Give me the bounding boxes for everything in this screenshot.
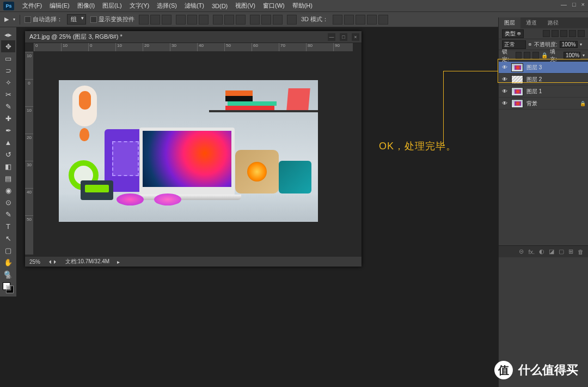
tab-channels[interactable]: 通道 [520,17,542,28]
distribute-icon[interactable] [213,15,223,25]
doc-minimize-button[interactable]: — [328,33,335,41]
layer-row[interactable]: 👁 图层 1 [499,86,588,98]
minimize-button[interactable]: — [561,1,567,8]
menu-image[interactable]: 图像(I) [74,2,99,10]
new-layer-icon[interactable]: ⊞ [568,248,573,255]
opacity-field[interactable]: 100% [560,41,578,48]
menu-edit[interactable]: 编辑(E) [46,2,74,10]
menu-window[interactable]: 窗口(W) [259,2,289,10]
fill-field[interactable]: 100% [564,52,580,59]
brush-tool[interactable]: ✒ [1,124,15,136]
lasso-tool[interactable]: ⊃ [1,64,15,76]
menu-file[interactable]: 文件(F) [19,2,46,10]
lock-transparency-icon[interactable] [516,52,522,59]
layer-thumbnail[interactable] [511,87,523,96]
align-icon[interactable] [150,15,160,25]
status-menu-icon[interactable]: ▸ [117,259,120,265]
eraser-tool[interactable]: ◧ [1,160,15,172]
distribute-icon[interactable] [250,15,260,25]
distribute-icon[interactable] [261,15,271,25]
group-icon[interactable]: ▢ [559,248,564,255]
move-tool[interactable]: ✥ [1,40,15,52]
filter-type-icon[interactable] [560,30,567,37]
hand-tool[interactable]: ✋ [1,256,15,268]
distribute-icon[interactable] [273,15,283,25]
stamp-tool[interactable]: ▲ [1,136,15,148]
pen-tool[interactable]: ✎ [1,208,15,220]
layer-name[interactable]: 图层 1 [526,88,542,95]
blur-tool[interactable]: ◉ [1,184,15,196]
collapse-handle[interactable]: ◂▸ [1,28,15,40]
lock-all-icon[interactable]: 🔒 [541,52,548,58]
tab-layers[interactable]: 图层 [499,17,520,28]
doc-close-button[interactable]: × [352,33,359,41]
gradient-tool[interactable]: ▤ [1,172,15,184]
filter-shape-icon[interactable] [569,30,576,37]
align-icon[interactable] [139,15,149,25]
zoom-level[interactable]: 25% [29,259,40,265]
lock-position-icon[interactable] [532,52,539,59]
shape-tool[interactable]: ▢ [1,244,15,256]
wand-tool[interactable]: ✧ [1,76,15,88]
zoom-stepper[interactable]: ⏴⏵ [48,259,58,264]
history-brush-tool[interactable]: ↺ [1,148,15,160]
crop-tool[interactable]: ✂ [1,88,15,100]
align-icon[interactable] [187,15,197,25]
ruler-vertical[interactable]: 10 0 10 20 30 40 50 [25,52,34,255]
doc-maximize-button[interactable]: □ [340,33,347,41]
dodge-tool[interactable]: ⊙ [1,196,15,208]
mode-3d-icon[interactable] [344,15,354,25]
mode-3d-icon[interactable] [333,15,342,25]
link-layers-icon[interactable]: ⊝ [519,248,524,255]
healing-tool[interactable]: ✚ [1,112,15,124]
align-icon[interactable] [162,15,171,25]
lock-pixel-icon[interactable] [524,52,530,59]
close-button[interactable]: × [581,1,585,8]
layer-name[interactable]: 图层 3 [526,64,542,71]
maximize-button[interactable]: □ [572,1,576,8]
menu-layer[interactable]: 图层(L) [99,2,125,10]
menu-select[interactable]: 选择(S) [153,2,181,10]
layer-row[interactable]: 👁 图层 3 [499,62,588,74]
marquee-tool[interactable]: ▭ [1,52,15,64]
eyedropper-tool[interactable]: ✎ [1,100,15,112]
menu-help[interactable]: 帮助(H) [289,2,316,10]
menu-3d[interactable]: 3D(D) [208,3,231,9]
visibility-toggle[interactable]: 👁 [501,88,508,94]
distribute-icon[interactable] [236,15,246,25]
layer-thumbnail[interactable] [511,99,523,108]
show-transform-checkbox[interactable] [90,16,97,23]
quickmask-toggle[interactable]: ◙ [1,271,15,282]
layer-row[interactable]: 👁 背景 🔒 [499,98,588,110]
align-icon[interactable] [199,15,209,25]
mode-3d-icon[interactable] [367,15,377,25]
visibility-toggle[interactable]: 👁 [501,100,508,106]
menu-type[interactable]: 文字(Y) [126,2,154,10]
layer-thumbnail[interactable] [511,75,523,84]
adjustment-icon[interactable]: ◪ [549,248,554,255]
visibility-toggle[interactable]: 👁 [501,64,508,70]
type-tool[interactable]: T [1,220,15,232]
document-tab[interactable]: A21.jpg @ 25% (图层 3, RGB/8#) * — □ × [25,31,362,43]
align-icon[interactable] [176,15,186,25]
layer-row[interactable]: 👁 图层 2 [499,74,588,86]
filter-kind-dropdown[interactable]: 类型 ≑ [502,29,524,38]
menu-view[interactable]: 视图(V) [231,2,259,10]
tab-paths[interactable]: 路径 [542,17,564,28]
distribute-icon[interactable] [224,15,234,25]
screenmode-toggle[interactable]: ▣ [1,282,15,293]
visibility-toggle[interactable]: 👁 [501,76,508,82]
layer-thumbnail[interactable] [511,63,523,72]
option-icon[interactable] [287,15,297,25]
mode-3d-icon[interactable] [378,15,388,25]
menu-filter[interactable]: 滤镜(T) [181,2,208,10]
layer-name[interactable]: 背景 [526,100,537,107]
auto-select-dropdown[interactable]: 组 [67,14,86,25]
canvas-image[interactable] [59,80,318,222]
ruler-horizontal[interactable]: 0 10 0 10 20 30 40 50 60 70 80 90 [34,43,353,52]
filter-smart-icon[interactable] [578,30,585,37]
filter-pixel-icon[interactable] [543,30,550,37]
path-tool[interactable]: ↖ [1,232,15,244]
mask-icon[interactable]: ◐ [539,248,544,255]
mode-3d-icon[interactable] [356,15,365,25]
